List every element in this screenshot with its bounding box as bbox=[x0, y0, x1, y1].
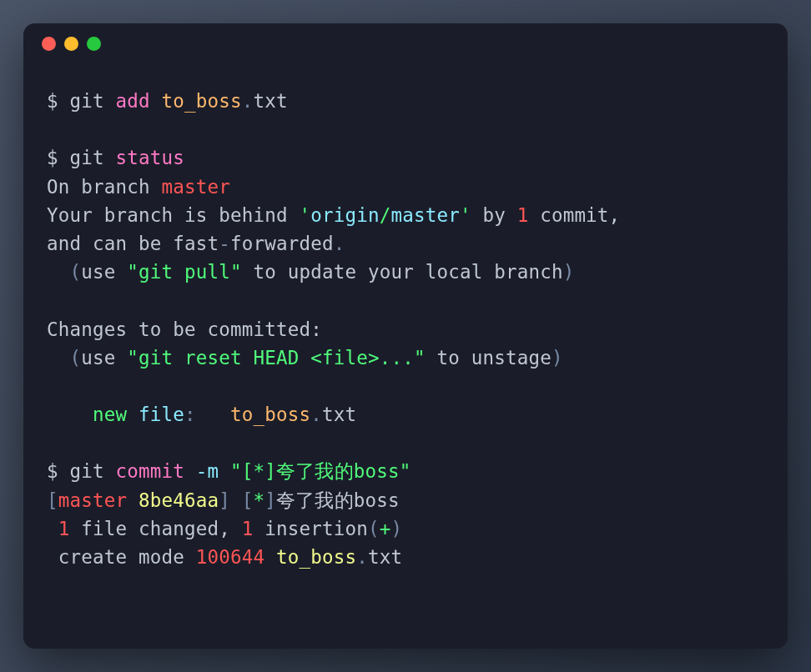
file-placeholder: file bbox=[322, 347, 368, 369]
paren-close: ) bbox=[552, 347, 563, 369]
commit-branch: master bbox=[58, 489, 127, 511]
quote: " bbox=[127, 261, 139, 283]
msg-text: 夸了我的boss bbox=[276, 460, 400, 482]
status-ff-2: forwarded bbox=[230, 233, 334, 254]
staged-ext: txt bbox=[322, 404, 356, 425]
arg-file: to_boss bbox=[162, 90, 242, 112]
dots: ... bbox=[380, 347, 414, 369]
terminal-window: $ git add to_boss.txt $ git status On br… bbox=[23, 23, 788, 649]
hint-update: to update your local branch bbox=[242, 261, 563, 283]
indent bbox=[47, 261, 70, 283]
msg-bracket-open: [ bbox=[242, 489, 254, 511]
cmd-status: status bbox=[116, 147, 184, 168]
insertions-count: 1 bbox=[242, 518, 254, 539]
prompt: $ bbox=[47, 460, 70, 482]
remote-master: master bbox=[390, 204, 459, 226]
space bbox=[230, 489, 242, 511]
prompt: $ bbox=[47, 147, 70, 168]
hint-head: HEAD bbox=[253, 347, 299, 369]
cmd-git: git bbox=[70, 147, 104, 168]
spaces bbox=[196, 404, 230, 425]
status-ff-1: and can be fast bbox=[47, 233, 219, 254]
staged-file: to_boss bbox=[230, 404, 310, 425]
status-commit-tail: commit, bbox=[528, 204, 632, 226]
cmd-add: add bbox=[116, 90, 150, 112]
period: . bbox=[334, 233, 345, 254]
slash: / bbox=[380, 204, 391, 226]
zoom-icon[interactable] bbox=[87, 37, 101, 51]
close-icon[interactable] bbox=[42, 37, 56, 51]
status-on-branch: On branch bbox=[47, 176, 161, 198]
files-changed: file changed, bbox=[70, 518, 242, 539]
files-changed-count: 1 bbox=[58, 518, 70, 539]
created-ext: txt bbox=[368, 546, 402, 568]
quote: " bbox=[400, 460, 411, 482]
hint-reset: reset bbox=[173, 347, 253, 369]
quote: " bbox=[230, 261, 242, 283]
status-branch-name: master bbox=[161, 176, 229, 198]
colon: : bbox=[184, 404, 196, 425]
hint-pull: pull bbox=[173, 261, 230, 283]
paren-close: ) bbox=[563, 261, 575, 283]
hint-git: git bbox=[139, 261, 173, 283]
ext: txt bbox=[253, 90, 287, 112]
minimize-icon[interactable] bbox=[64, 37, 78, 51]
insertion-text: insertion bbox=[253, 518, 367, 539]
status-use: use bbox=[81, 261, 127, 283]
bracket-close: ] bbox=[219, 489, 230, 511]
msg-bracket-close: ] bbox=[264, 489, 276, 511]
terminal-output[interactable]: $ git add to_boss.txt $ git status On br… bbox=[23, 63, 788, 649]
quote: ' bbox=[460, 204, 471, 226]
paren-open: ( bbox=[368, 518, 380, 539]
flag-m: -m bbox=[184, 460, 230, 482]
msg-bracket-open: [ bbox=[242, 460, 254, 482]
status-by: by bbox=[471, 204, 517, 226]
msg-star: * bbox=[253, 460, 264, 482]
cmd-commit: commit bbox=[116, 460, 184, 482]
status-behind-text: Your branch is behind bbox=[47, 204, 299, 226]
commit-msg: 夸了我的boss bbox=[276, 489, 400, 511]
status-changes-header: Changes to be committed: bbox=[47, 318, 322, 340]
quote: " bbox=[414, 347, 426, 369]
create-mode: create mode bbox=[47, 546, 196, 568]
commit-hash: 8be46aa bbox=[139, 489, 219, 511]
dot: . bbox=[310, 404, 322, 425]
quote: ' bbox=[299, 204, 310, 226]
paren-close: ) bbox=[390, 518, 402, 539]
lead bbox=[47, 518, 58, 539]
space bbox=[127, 489, 139, 511]
quote: " bbox=[230, 460, 242, 482]
status-count: 1 bbox=[517, 204, 529, 226]
msg-bracket-close: ] bbox=[264, 460, 276, 482]
space bbox=[264, 546, 276, 568]
plus-icon: + bbox=[380, 518, 391, 539]
cmd-git: git bbox=[70, 460, 104, 482]
lt: < bbox=[299, 347, 322, 369]
dot: . bbox=[356, 546, 368, 568]
file-mode: 100644 bbox=[196, 546, 264, 568]
gt: > bbox=[368, 347, 380, 369]
file-keyword: file bbox=[127, 404, 184, 425]
paren-open: ( bbox=[70, 347, 82, 369]
msg-star: * bbox=[253, 489, 264, 511]
dot: . bbox=[242, 90, 254, 112]
hint-unstage: to unstage bbox=[426, 347, 552, 369]
remote-origin: origin bbox=[310, 204, 379, 226]
prompt: $ bbox=[47, 90, 70, 112]
dash: - bbox=[219, 233, 230, 254]
window-titlebar bbox=[23, 23, 788, 63]
cmd-git: git bbox=[70, 90, 104, 112]
status-use: use bbox=[81, 347, 127, 369]
quote: " bbox=[127, 347, 139, 369]
hint-git: git bbox=[139, 347, 173, 369]
indent bbox=[47, 347, 70, 369]
created-file: to_boss bbox=[276, 546, 356, 568]
bracket-open: [ bbox=[47, 489, 58, 511]
new-keyword: new bbox=[93, 404, 127, 425]
paren-open: ( bbox=[70, 261, 82, 283]
indent bbox=[47, 404, 93, 425]
